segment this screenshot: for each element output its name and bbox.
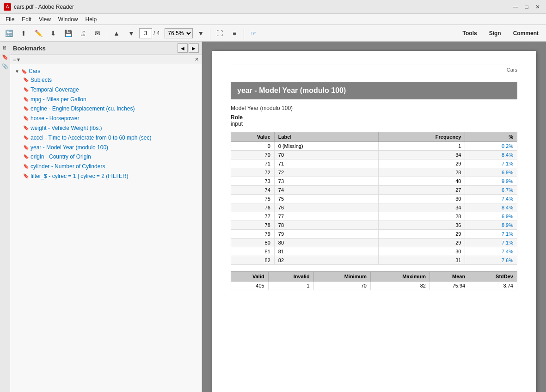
panel-icon-bookmark[interactable]: 🔖: [1, 53, 9, 61]
maximize-button[interactable]: □: [522, 2, 531, 12]
page-navigation: / 4: [139, 28, 160, 38]
bookmark-root: ▼ 🔖 Cars 🔖 Subjects 🔖 Temporal Coverage …: [10, 66, 202, 182]
cell-label: 72: [274, 168, 378, 177]
bookmark-item-origin[interactable]: 🔖 origin - Country of Origin: [21, 152, 199, 162]
cell-percent: 8.9%: [465, 221, 517, 230]
toolbar-btn-6[interactable]: 🖨: [76, 27, 90, 40]
bookmark-item-mpg[interactable]: 🔖 mpg - Miles per Gallon: [21, 95, 199, 104]
bookmark-item-horse[interactable]: 🔖 horse - Horsepower: [21, 114, 199, 123]
table-row: 80 80 29 7.1%: [231, 239, 517, 247]
table-row: 72 72 28 6.9%: [231, 168, 517, 177]
cell-label: 80: [274, 239, 378, 247]
cell-value: 81: [231, 247, 275, 256]
cell-frequency: 28: [378, 168, 465, 177]
toolbar-btn-3[interactable]: ✏️: [31, 27, 45, 40]
bookmark-label-cars[interactable]: Cars: [29, 68, 40, 74]
menu-edit[interactable]: Edit: [18, 15, 35, 24]
left-panel: 🗎 🔖 📎: [0, 42, 10, 392]
bookmark-item-year[interactable]: 🔖 year - Model Year (modulo 100): [21, 143, 199, 153]
var-header: year - Model Year (modulo 100): [231, 82, 517, 99]
cell-frequency: 30: [378, 195, 465, 203]
summary-col-header: Invalid: [268, 272, 313, 282]
toolbar-btn-4[interactable]: ⬇: [46, 27, 60, 40]
toolbar-btn-1[interactable]: 🔙: [2, 27, 16, 40]
cell-label: 0 (Missing): [274, 142, 378, 151]
cell-label: 74: [274, 186, 378, 195]
menu-window[interactable]: Window: [55, 15, 82, 24]
sidebar-options-btn[interactable]: ≡▼: [13, 57, 21, 62]
toolbar-btn-7[interactable]: ✉: [91, 27, 104, 40]
zoom-dropdown-btn[interactable]: ▼: [194, 27, 208, 40]
main-area: 🗎 🔖 📎 Bookmarks ◀ ▶ ≡▼ ✕ ▼ 🔖 Cars: [0, 42, 546, 392]
title-bar: A cars.pdf - Adobe Reader — □ ✕: [0, 0, 546, 14]
bookmark-children: 🔖 Subjects 🔖 Temporal Coverage 🔖 mpg - M…: [21, 75, 199, 181]
table-row: 71 71 29 7.1%: [231, 159, 517, 168]
menu-view[interactable]: View: [35, 15, 55, 24]
var-role-label: Role: [231, 114, 517, 121]
sidebar: Bookmarks ◀ ▶ ≡▼ ✕ ▼ 🔖 Cars 🔖: [10, 42, 202, 392]
bookmark-item-weight[interactable]: 🔖 weight - Vehicle Weight (lbs.): [21, 123, 199, 133]
sidebar-tools: ≡▼ ✕: [10, 55, 202, 64]
bookmark-item-engine[interactable]: 🔖 engine - Engine Displacement (cu. inch…: [21, 104, 199, 114]
cell-label: 71: [274, 159, 378, 168]
zoom-select[interactable]: 76.5%: [165, 28, 193, 38]
var-description: Model Year (modulo 100): [231, 105, 517, 111]
window-controls: — □ ✕: [511, 2, 542, 12]
cell-frequency: 34: [378, 151, 465, 159]
menu-help[interactable]: Help: [82, 15, 101, 24]
cell-label: 78: [274, 221, 378, 230]
toolbar-btn-5[interactable]: 💾: [61, 27, 75, 40]
bookmark-root-item-cars[interactable]: ▼ 🔖 Cars: [13, 67, 199, 75]
bookmarks-content: ▼ 🔖 Cars 🔖 Subjects 🔖 Temporal Coverage …: [10, 64, 202, 392]
table-row: 79 79 29 7.1%: [231, 230, 517, 239]
sign-button[interactable]: Sign: [484, 29, 507, 38]
col-header-label: Label: [274, 132, 378, 142]
sidebar-close-btn[interactable]: ✕: [195, 56, 199, 62]
minimize-button[interactable]: —: [511, 2, 520, 12]
bookmark-item-filter[interactable]: 🔖 filter_$ - cylrec = 1 | cylrec = 2 (FI…: [21, 172, 199, 181]
table-row: 82 82 31 7.6%: [231, 256, 517, 265]
next-page-button[interactable]: ▼: [124, 27, 138, 40]
cell-frequency: 1: [378, 142, 465, 151]
bookmark-item-cylinder[interactable]: 🔖 cylinder - Number of Cylinders: [21, 162, 199, 172]
menu-file[interactable]: File: [2, 15, 18, 24]
prev-page-button[interactable]: ▲: [110, 27, 123, 40]
cell-percent: 6.9%: [465, 168, 517, 177]
bookmark-item-subjects[interactable]: 🔖 Subjects: [21, 75, 199, 85]
cell-frequency: 29: [378, 230, 465, 239]
panel-icon-attach[interactable]: 📎: [1, 62, 9, 70]
cell-percent: 7.4%: [465, 247, 517, 256]
pdf-header-right: Cars: [231, 67, 517, 73]
fullscreen-btn[interactable]: ⛶: [213, 27, 227, 40]
sidebar-nav-next[interactable]: ▶: [189, 43, 199, 53]
panel-icon-page[interactable]: 🗎: [1, 43, 9, 52]
page-number-input[interactable]: [139, 28, 152, 38]
cursor-btn[interactable]: ☞: [246, 27, 260, 40]
cell-frequency: 28: [378, 212, 465, 221]
cell-label: 79: [274, 230, 378, 239]
close-button[interactable]: ✕: [533, 2, 542, 12]
cell-value: 71: [231, 159, 275, 168]
cell-frequency: 27: [378, 186, 465, 195]
cell-frequency: 36: [378, 221, 465, 230]
toolbar-btn-2[interactable]: ⬆: [17, 27, 31, 40]
toolbar-right: Tools Sign Comment: [457, 29, 544, 38]
tools-button[interactable]: Tools: [457, 29, 483, 38]
bookmark-item-temporal[interactable]: 🔖 Temporal Coverage: [21, 85, 199, 95]
col-header-value: Value: [231, 132, 275, 142]
cell-value: 82: [231, 256, 275, 265]
cell-label: 82: [274, 256, 378, 265]
sidebar-nav-prev[interactable]: ◀: [178, 43, 188, 53]
summary-col-header: Mean: [429, 272, 469, 282]
table-row: 75 75 30 7.4%: [231, 195, 517, 203]
menu-bar: File Edit View Window Help: [0, 14, 546, 25]
sidebar-header: Bookmarks ◀ ▶: [10, 42, 202, 55]
table-row: 77 77 28 6.9%: [231, 212, 517, 221]
extra-btn[interactable]: ≡: [227, 27, 241, 40]
bookmark-item-accel[interactable]: 🔖 accel - Time to Accelerate from 0 to 6…: [21, 133, 199, 143]
cell-percent: 7.4%: [465, 195, 517, 203]
comment-button[interactable]: Comment: [508, 29, 544, 38]
table-row: 0 0 (Missing) 1 0.2%: [231, 142, 517, 151]
summary-col-header: Minimum: [313, 272, 370, 282]
col-header-percent: %: [465, 132, 517, 142]
